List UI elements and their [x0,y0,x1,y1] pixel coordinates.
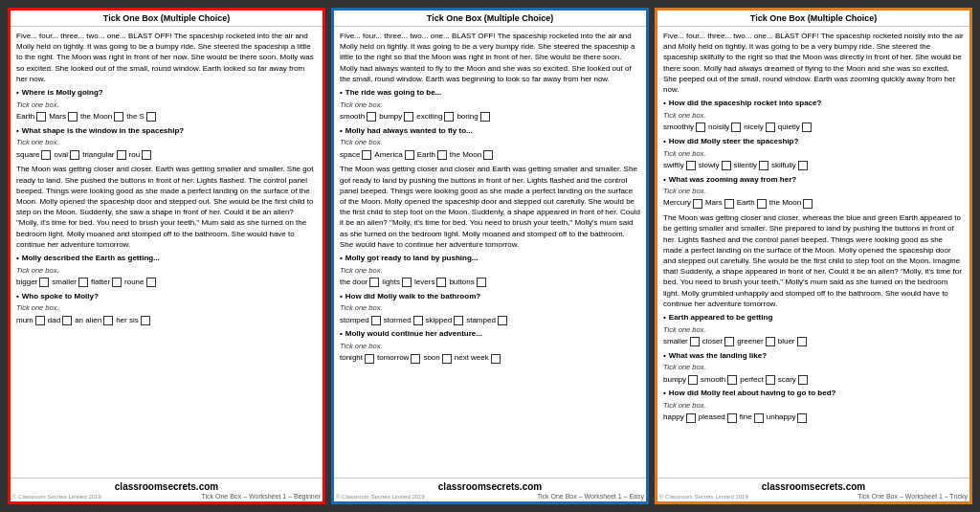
tick-box[interactable] [693,199,702,209]
option-label: roune [124,278,144,288]
tick-box[interactable] [103,316,113,325]
tick-box[interactable] [757,199,767,209]
tick-box[interactable] [114,112,123,122]
options-row-1: Earth Mars the Moon the S [16,112,317,122]
tick-box[interactable] [480,112,490,122]
tick-box[interactable] [62,316,72,325]
option-label: scary [778,375,796,386]
option2-1-4: buttons [449,278,485,288]
tick-box[interactable] [404,112,413,122]
tick-box[interactable] [70,150,79,160]
worksheet-body: Five... four... three... two... one... B… [11,27,323,478]
tick-box[interactable] [36,112,46,122]
option2-2-2: stormed [384,316,423,326]
tick-box[interactable] [686,161,696,170]
tick-box[interactable] [754,413,764,423]
tick-box[interactable] [731,122,741,132]
tick-box[interactable] [78,278,88,287]
tick-box[interactable] [797,337,807,346]
tick-box[interactable] [141,316,150,325]
tick-label-2: Tick one box. [663,149,964,159]
tick-box[interactable] [362,150,371,160]
tick-box[interactable] [369,278,379,287]
tick-box[interactable] [483,150,493,160]
tick-box[interactable] [411,354,420,364]
question2-1: Molly described the Earth as getting... [16,254,317,264]
tick-box[interactable] [142,150,151,160]
tick-label-2: Tick one box. [16,138,317,147]
option2-1-3: levers [414,278,446,288]
tick-box[interactable] [371,316,381,325]
tick-box[interactable] [68,112,78,122]
tick-box[interactable] [491,354,501,364]
option-2-4: skilfully [771,161,808,171]
option-label: boring [457,112,478,122]
option-label: bumpy [379,112,402,122]
option2-3-2: tomorrow [377,353,420,364]
option-1-4: boring [457,112,489,122]
tick-box[interactable] [35,316,45,325]
option-2-4: the Moon [450,150,493,161]
option-label: greener [737,337,764,347]
option-2-1: space [340,150,371,161]
option2-1-4: bluer [778,337,807,347]
tick-label-2: Tick one box. [340,138,640,147]
tick-box[interactable] [146,112,156,122]
worksheet-footer: classroomsecrets.com © Classroom Secrets… [334,478,646,501]
tick-box[interactable] [454,316,463,325]
tick-box[interactable] [727,413,737,423]
tick-box[interactable] [442,354,452,364]
tick-box[interactable] [690,337,700,346]
tick-box[interactable] [722,161,731,170]
tick-box[interactable] [39,278,49,287]
tick-box[interactable] [413,316,423,325]
tick-box[interactable] [798,375,808,385]
tick-box[interactable] [477,278,486,287]
tick-box[interactable] [803,199,813,209]
tick-box[interactable] [444,112,454,122]
option-1-1: smooth [340,112,376,122]
option-label: skipped [426,316,453,326]
tick-box[interactable] [724,337,734,346]
option-1-4: the S [126,112,156,122]
tick-box[interactable] [797,413,807,423]
question-1: How did the spaceship rocket into space? [663,99,964,109]
option-label: stormed [384,316,412,326]
tick-box[interactable] [766,122,775,132]
question2-2: What was the landing like? [663,351,964,362]
tick-box[interactable] [724,199,734,209]
question-1: The ride was going to be... [340,88,640,99]
tick-box[interactable] [436,278,446,287]
tick-box[interactable] [112,278,122,287]
story-text-2: The Moon was getting closer and closer, … [663,212,964,309]
option-3-1: Mercury [663,198,702,209]
tick-box[interactable] [405,150,414,160]
tick-box[interactable] [802,122,812,132]
question2-1: Earth appeared to be getting [663,313,964,323]
tick-box[interactable] [686,413,696,423]
tick-label2-2: Tick one box. [663,363,964,372]
option-label: closer [702,337,723,347]
tick-box[interactable] [365,354,374,364]
option2-1-3: greener [737,337,775,347]
tick-box[interactable] [766,337,775,346]
option-label: lights [382,278,400,288]
tick-box[interactable] [367,112,376,122]
option-3-2: Mars [705,198,734,209]
tick-box[interactable] [688,375,698,385]
tick-box[interactable] [696,122,705,132]
tick-box[interactable] [766,375,775,385]
tick-box[interactable] [437,150,447,160]
option-label: the S [126,112,145,122]
tick-box[interactable] [146,278,156,287]
options-row2-1: the door lights levers buttons [340,278,640,288]
tick-box[interactable] [41,150,51,160]
tick-box[interactable] [798,161,808,170]
option-label: buttons [449,278,474,288]
tick-box[interactable] [498,316,507,325]
tick-box[interactable] [117,150,126,160]
footer-logo: © Classroom Secrets Limited 2019 [659,494,748,500]
tick-box[interactable] [727,375,737,385]
tick-box[interactable] [759,161,768,170]
tick-box[interactable] [402,278,412,287]
